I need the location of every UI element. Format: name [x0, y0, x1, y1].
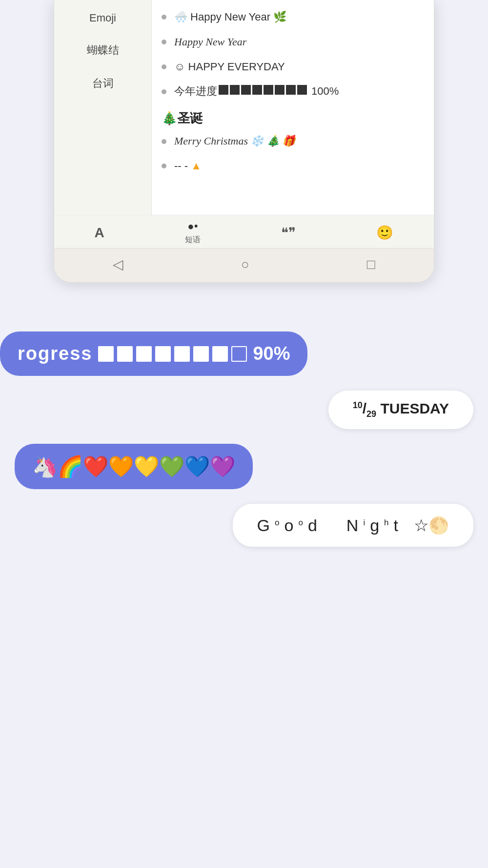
phrase-text-2: Happy New Year — [174, 35, 246, 50]
phone-screen: Emoji 蝴蝶结 台词 🌨️ Happy New Year 🌿 — [54, 0, 434, 283]
progress-text-prefix: rogress — [18, 343, 92, 364]
sq-filled — [98, 346, 114, 362]
keyboard-sidebar: Emoji 蝴蝶结 台词 — [54, 0, 152, 215]
sidebar-item-bowtie[interactable]: 蝴蝶结 — [54, 36, 151, 64]
phrase-text-1: 🌨️ Happy New Year 🌿 — [174, 10, 286, 25]
progress-percent: 90% — [253, 343, 290, 364]
night-text: Night — [346, 516, 403, 535]
phrase-item-6[interactable]: -- - ▲ — [162, 154, 424, 179]
bullet-4 — [162, 89, 166, 94]
emoji-icon: 🙂 — [376, 225, 393, 241]
sq-filled — [174, 346, 190, 362]
phone-mockup: Emoji 蝴蝶结 台词 🌨️ Happy New Year 🌿 — [0, 0, 488, 283]
sq-filled — [155, 346, 171, 362]
phrase-text-4: 今年进度 100% — [174, 84, 339, 99]
sq — [230, 85, 240, 95]
sq — [241, 85, 251, 95]
phrase-text-3: ☺ HAPPY EVERYDAY — [174, 60, 285, 75]
phrase-item-5[interactable]: Merry Christmas ❄️ 🎄 🎁 — [162, 129, 424, 154]
recent-btn[interactable]: □ — [367, 257, 375, 272]
keyboard-panel: Emoji 蝴蝶结 台词 🌨️ Happy New Year 🌿 — [54, 0, 434, 215]
progress-bubble: rogress 90% — [0, 331, 307, 376]
sidebar-item-label: 蝴蝶结 — [87, 44, 119, 56]
sq — [297, 85, 307, 95]
nav-bar: ◁ ○ □ — [54, 248, 434, 282]
sq — [275, 85, 285, 95]
phrase-text-5: Merry Christmas ❄️ 🎄 🎁 — [174, 134, 295, 149]
sq — [286, 85, 296, 95]
sq-empty — [231, 346, 247, 362]
sq — [219, 85, 228, 95]
font-icon: A — [95, 225, 104, 241]
toolbar-font-btn[interactable]: A — [95, 225, 104, 241]
phrase-item-2[interactable]: Happy New Year — [162, 30, 424, 55]
spacer — [0, 283, 488, 312]
progress-squares — [97, 346, 248, 362]
phrase-item-4[interactable]: 今年进度 100% — [162, 79, 424, 104]
phrases-icon: ●● — [187, 220, 198, 233]
home-btn[interactable]: ○ — [241, 257, 249, 272]
bullet-1 — [162, 15, 166, 20]
phrase-item-3[interactable]: ☺ HAPPY EVERYDAY — [162, 55, 424, 80]
bullet-2 — [162, 40, 166, 44]
chat-area: rogress 90% 10/29 TUESDAY 🦄🌈❤️🧡💛💚💙💜 Gooo… — [0, 312, 488, 566]
date-text: 10/29 TUESDAY — [353, 400, 449, 416]
emoji-content: 🦄🌈❤️🧡💛💚💙💜 — [32, 455, 235, 478]
toolbar-quotes-btn[interactable]: ❝❞ — [281, 225, 296, 241]
date-bubble: 10/29 TUESDAY — [328, 391, 473, 429]
toolbar-emoji-btn[interactable]: 🙂 — [376, 225, 393, 241]
goodnight-icons: ☆🌕 — [414, 516, 449, 535]
sq-filled — [212, 346, 228, 362]
sidebar-item-label: Emoji — [89, 12, 116, 24]
sidebar-item-lines[interactable]: 台词 — [54, 69, 151, 98]
emoji-bubble: 🦄🌈❤️🧡💛💚💙💜 — [15, 444, 253, 489]
sidebar-item-label: 台词 — [92, 77, 114, 89]
section-header-christmas: 🎄圣诞 — [162, 104, 424, 129]
date-sup: 10 — [353, 400, 363, 410]
sidebar-item-emoji[interactable]: Emoji — [54, 5, 151, 31]
back-btn[interactable]: ◁ — [113, 256, 123, 272]
sq-filled — [193, 346, 209, 362]
phrase-text-6: -- - ▲ — [174, 159, 202, 174]
bullet-3 — [162, 64, 166, 69]
bullet-6 — [162, 164, 166, 168]
bullet-5 — [162, 139, 166, 144]
sq-filled — [136, 346, 152, 362]
good-text: Goood — [257, 516, 322, 535]
sq — [264, 85, 273, 95]
phrase-item-1[interactable]: 🌨️ Happy New Year 🌿 — [162, 5, 424, 30]
quotes-icon: ❝❞ — [281, 225, 296, 241]
sq — [252, 85, 262, 95]
keyboard-content: 🌨️ Happy New Year 🌿 Happy New Year ☺ HAP… — [152, 0, 434, 215]
phrases-label: 短语 — [185, 235, 201, 245]
keyboard-toolbar: A ●● 短语 ❝❞ 🙂 — [54, 215, 434, 248]
goodnight-bubble: Goood Night ☆🌕 — [233, 504, 473, 547]
toolbar-phrases-btn[interactable]: ●● 短语 — [185, 220, 201, 245]
sq-filled — [117, 346, 133, 362]
